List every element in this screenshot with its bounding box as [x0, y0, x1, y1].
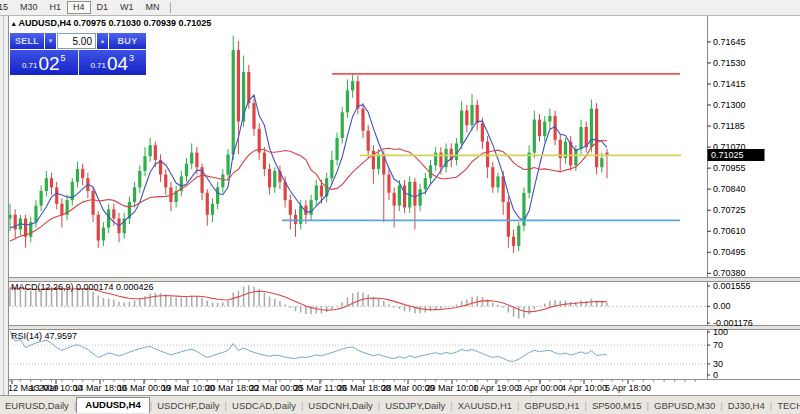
volume-input[interactable] [57, 33, 96, 49]
svg-text:MACD(12,26,9) 0.000174 0.00042: MACD(12,26,9) 0.000174 0.000426 [11, 282, 154, 292]
trading-terminal: { "toolbar": { "timeframes": ["15", "M30… [0, 0, 800, 414]
chart-tab-SP500,M15[interactable]: SP500,M15 [587, 400, 647, 411]
buy-button[interactable]: BUY [109, 33, 146, 49]
svg-text:0: 0 [713, 370, 718, 380]
svg-text:1 Apr 19:00: 1 Apr 19:00 [473, 383, 519, 393]
chart-tab-USDCNH,Daily[interactable]: USDCNH,Daily [303, 400, 377, 411]
chart-tab-EURUSD,Daily[interactable]: EURUSD,Daily [0, 400, 74, 411]
bid-ask-panel: 0.71 02 5 0.71 04 3 [10, 50, 146, 75]
ask-price[interactable]: 0.71 04 3 [78, 50, 147, 75]
svg-text:0.00: 0.00 [713, 301, 731, 311]
bid-price-big: 02 [38, 54, 59, 73]
timeframe-button-W1[interactable]: W1 [114, 1, 140, 14]
ask-price-prefix: 0.71 [90, 61, 106, 70]
bid-price-sup: 5 [61, 53, 66, 63]
chart-tab-GBPUSD,M30[interactable]: GBPUSD,M30 [649, 400, 720, 411]
chart-tab-USDJPY,Daily[interactable]: USDJPY,Daily [380, 400, 450, 411]
sell-button[interactable]: SELL [10, 33, 44, 49]
chart-tab-XAUUSD,H1[interactable]: XAUUSD,H1 [453, 400, 517, 411]
collapse-triangle-icon[interactable]: ▴ [12, 20, 16, 27]
svg-text:3 Apr 00:00: 3 Apr 00:00 [517, 383, 563, 393]
svg-text:0.70610: 0.70610 [713, 226, 746, 236]
bid-price-prefix: 0.71 [22, 61, 38, 70]
svg-text:0.70495: 0.70495 [713, 247, 746, 257]
svg-text:0.71025: 0.71025 [711, 150, 744, 160]
chart-ohlc-text: AUDUSD,H4 0.70975 0.71030 0.70939 0.7102… [19, 18, 212, 28]
timeframe-button-15[interactable]: 15 [0, 1, 14, 14]
toolbar-separator [170, 2, 171, 13]
svg-text:0.71415: 0.71415 [713, 79, 746, 89]
svg-text:0.70840: 0.70840 [713, 184, 746, 194]
chart-tab-TECH100,H1[interactable]: TECH100,H1 [772, 400, 800, 411]
chart-tab-USDCHF,Daily[interactable]: USDCHF,Daily [152, 400, 224, 411]
svg-text:70: 70 [713, 340, 723, 350]
svg-text:29 Mar 10:00: 29 Mar 10:00 [425, 383, 478, 393]
window-left-edge [0, 15, 9, 396]
chart-tab-bar: EURUSD,Daily|AUDUSD,H4|USDCHF,Daily|USDC… [0, 395, 800, 414]
timeframe-button-H1[interactable]: H1 [44, 1, 68, 14]
chart-ohlc-title: ▴AUDUSD,H4 0.70975 0.71030 0.70939 0.710… [12, 18, 211, 28]
volume-increase-icon[interactable]: ▴ [97, 33, 108, 49]
volume-decrease-icon[interactable]: ▾ [45, 33, 56, 49]
chart-tab-DJ30,H4[interactable]: DJ30,H4 [723, 400, 770, 411]
timeframe-button-D1[interactable]: D1 [91, 1, 115, 14]
bid-price[interactable]: 0.71 02 5 [10, 50, 78, 75]
chart-tab-AUDUSD,H4[interactable]: AUDUSD,H4 [76, 397, 149, 413]
chart-tab-USDCAD,Daily[interactable]: USDCAD,Daily [227, 400, 301, 411]
svg-text:4 Apr 10:00: 4 Apr 10:00 [561, 383, 607, 393]
svg-text:0.71185: 0.71185 [713, 121, 745, 131]
svg-text:0.71300: 0.71300 [713, 100, 746, 110]
svg-text:5 Apr 18:00: 5 Apr 18:00 [605, 383, 651, 393]
svg-text:RSI(14) 47.9597: RSI(14) 47.9597 [11, 331, 77, 341]
timeframe-button-H4[interactable]: H4 [67, 1, 91, 14]
ask-price-sup: 3 [129, 53, 134, 63]
timeframe-button-MN[interactable]: MN [140, 1, 166, 14]
svg-text:0.70380: 0.70380 [713, 268, 746, 278]
chart-tab-GBPUSD,H1[interactable]: GBPUSD,H1 [520, 400, 585, 411]
one-click-trading-widget: SELL ▾ ▴ BUY 0.71 02 5 0.71 04 3 [10, 33, 146, 75]
svg-text:0.71530: 0.71530 [713, 58, 746, 68]
timeframe-button-M30[interactable]: M30 [14, 1, 44, 14]
svg-text:30: 30 [713, 359, 723, 369]
timeframe-toolbar: 15M30H1H4D1W1MN [0, 0, 800, 16]
svg-text:0.001555: 0.001555 [713, 281, 751, 291]
svg-text:100: 100 [713, 327, 728, 337]
svg-text:0.71645: 0.71645 [713, 37, 746, 47]
ask-price-big: 04 [107, 54, 128, 73]
svg-text:0.70725: 0.70725 [713, 205, 746, 215]
svg-text:0.70955: 0.70955 [713, 163, 746, 173]
